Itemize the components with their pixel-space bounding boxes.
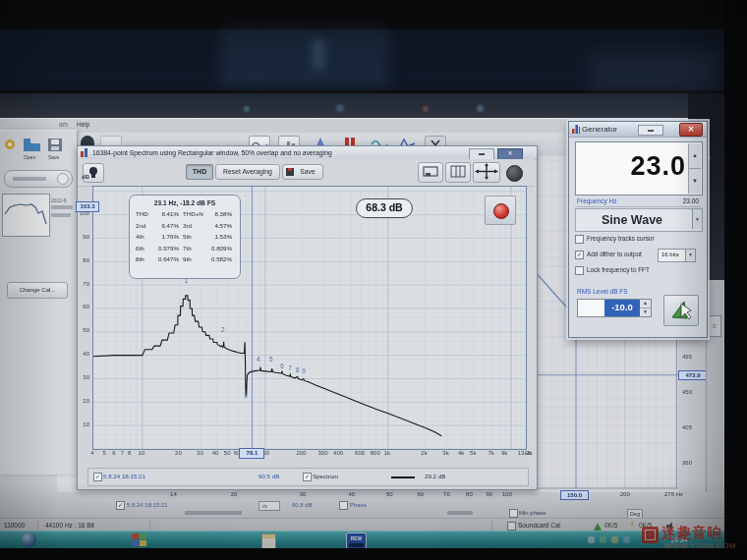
x-tick-label: 1k [378, 450, 396, 456]
soundcard-cal-checkbox[interactable] [507, 522, 516, 531]
frequency-display[interactable]: 23.0 ▲ ▼ [575, 141, 703, 196]
thd-cell: THD+N [183, 210, 208, 217]
gear-icon[interactable] [3, 138, 17, 151]
rms-up-button[interactable]: ▲ [640, 300, 651, 308]
thd-cell: 0.809% [208, 245, 236, 252]
scrollbar[interactable]: ≡ [706, 284, 722, 492]
watermark-text: 迷趣音响 [661, 524, 722, 542]
thd-cell: 9th [183, 255, 208, 262]
spl-readout: 68.3 dB [356, 198, 413, 218]
screen-glint [336, 104, 344, 112]
preset-dropdown[interactable] [4, 170, 73, 188]
thd-toggle-button[interactable]: THD [186, 164, 213, 180]
bg-y-tick-label: 405 [682, 424, 692, 430]
y-tick-label: 10 [78, 421, 89, 427]
status-sample-format: 44100 Hz : 16 Bit [45, 522, 94, 529]
close-icon[interactable]: ✕ [679, 123, 703, 137]
x-tick-label: 400 [329, 450, 347, 456]
dither-row[interactable]: ✓ Add dither to output 16 bits ▼ [575, 250, 703, 262]
frequency-label: Frequency Hz [577, 197, 616, 204]
thd-cell: 8.41% [157, 210, 183, 217]
y-tick-label: 40 [78, 351, 89, 357]
min-phase-label[interactable]: Min phase [519, 510, 546, 516]
warning-icon: ! [631, 521, 633, 528]
input-level-icon [594, 523, 602, 531]
trace-checkbox[interactable]: ✓ [93, 473, 102, 481]
y-tick-label: 70 [78, 281, 89, 287]
spectrum-title-bar[interactable]: 16384-point Spectrum using Rectangular w… [78, 146, 537, 160]
rms-stepper[interactable]: ▲ ▼ [640, 299, 652, 317]
window-layout-button[interactable] [418, 162, 443, 183]
waveform-value: Sine Wave [576, 213, 688, 227]
columns-view-button[interactable] [445, 162, 471, 183]
tracks-cursor-row[interactable]: Frequency tracks cursor [575, 234, 703, 247]
input-device-button[interactable] [83, 163, 104, 183]
screen-glint [244, 106, 250, 112]
minimize-button[interactable]: ▬ [638, 125, 663, 136]
phase-label[interactable]: Phase [350, 502, 367, 508]
thd-cell: 1.76% [157, 233, 183, 240]
frequency-up-button[interactable]: ▲ [688, 143, 701, 168]
lock-fft-row[interactable]: Lock frequency to FFT [575, 265, 703, 278]
divider [491, 521, 492, 531]
tray-icon[interactable] [623, 536, 630, 543]
trace-name[interactable]: 5.8.24 18:15:21 [127, 502, 168, 508]
spectrum-y-axis: 102030405060708090100 [78, 186, 90, 448]
change-cal-button[interactable]: Change Cal... [7, 282, 68, 299]
frequency-response-thumbnail[interactable] [2, 194, 50, 237]
x-tick-label: 2k [416, 450, 433, 456]
generator-title-bar[interactable]: Generator ▬ ✕ [569, 122, 707, 138]
room-background [0, 0, 747, 93]
soundcard-cal-label[interactable]: Soundcard Cal [518, 522, 560, 529]
record-button[interactable] [485, 196, 516, 225]
tracks-cursor-checkbox[interactable] [575, 235, 584, 244]
window-title: 16384-point Spectrum using Rectangular w… [92, 149, 332, 156]
start-orb-icon[interactable] [22, 532, 36, 547]
svg-text:6: 6 [280, 363, 284, 369]
y-tick-label: 90 [78, 234, 89, 240]
frequency-down-button[interactable]: ▼ [688, 168, 701, 194]
thd-cell: THD [136, 210, 157, 217]
rms-field[interactable] [577, 299, 605, 317]
svg-text:4: 4 [257, 356, 260, 363]
rms-value-selected[interactable]: -10.0 [604, 299, 641, 317]
thd-cell: 6th [136, 245, 157, 252]
tray-icon[interactable] [611, 536, 618, 543]
window-icon [81, 148, 89, 157]
generator-play-button[interactable] [663, 295, 699, 326]
dither-checkbox[interactable]: ✓ [575, 251, 584, 259]
spectrum-checkbox[interactable]: ✓ [303, 473, 312, 481]
thd-cell: 8th [136, 255, 157, 262]
monitor-bezel [724, 0, 747, 560]
scrollbar-thumb[interactable]: ≡ [708, 315, 721, 337]
menu-item-help[interactable]: Help [77, 121, 89, 128]
trace-value: 90.8 dB [292, 502, 313, 508]
gain-knob[interactable] [506, 165, 523, 182]
fit-to-data-button[interactable] [473, 162, 500, 183]
open-folder-icon[interactable] [24, 139, 40, 151]
svg-text:5: 5 [269, 356, 273, 363]
tray-icon[interactable] [600, 536, 606, 543]
bg-x-tick-label: 30 [294, 491, 312, 497]
tray-icon[interactable] [588, 536, 595, 543]
save-icon[interactable] [48, 139, 62, 151]
waveform-dropdown[interactable]: Sine Wave ▼ [575, 208, 703, 232]
spectrum-label[interactable]: Spectrum [313, 473, 338, 479]
bg-x-tick-label: 60 [412, 491, 430, 497]
bg-x-tick-label: 200 [616, 491, 634, 497]
watermark-seal-icon [642, 527, 659, 543]
app-colors-icon[interactable] [132, 533, 147, 547]
trace-value: 90.5 dB [259, 473, 279, 479]
trace-name[interactable]: 5.8.24 18:15:21 [103, 473, 145, 479]
lock-fft-checkbox[interactable] [575, 266, 584, 275]
record-icon [493, 203, 509, 219]
min-phase-checkbox[interactable] [509, 509, 518, 518]
dither-bits-dropdown[interactable]: 16 bits ▼ [658, 249, 696, 262]
menu-item-fragment[interactable]: am [59, 121, 68, 128]
preset-badge [57, 173, 69, 185]
rms-down-button[interactable]: ▼ [640, 308, 651, 316]
save-button[interactable]: Save [282, 164, 323, 180]
reset-averaging-button[interactable]: Reset Averaging [215, 164, 280, 180]
frequency-value: 23.0 [630, 151, 686, 182]
taskbar: REW 19:34 [0, 531, 724, 549]
